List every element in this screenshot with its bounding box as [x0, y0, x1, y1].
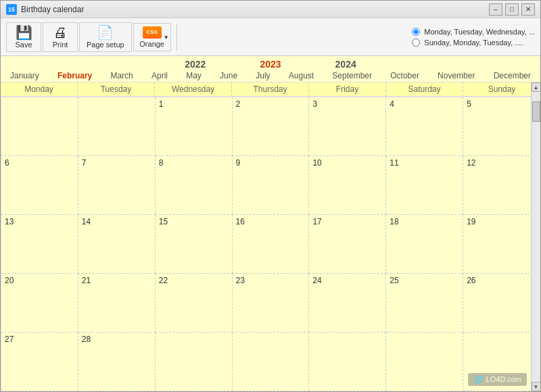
table-row[interactable]: 24: [309, 274, 386, 333]
dropdown-arrow-icon: ▼: [164, 34, 169, 40]
orange-label: Orange: [139, 40, 164, 48]
table-row[interactable]: 6: [1, 156, 78, 215]
table-row[interactable]: 16: [233, 215, 310, 274]
page-setup-button[interactable]: 📄 Page setup: [79, 22, 132, 52]
table-row[interactable]: 11: [386, 156, 463, 215]
header-friday: Friday: [309, 82, 386, 96]
month-may[interactable]: May: [185, 71, 203, 80]
header-wednesday: Wednesday: [155, 82, 232, 96]
year-2024[interactable]: 2024: [335, 59, 356, 70]
table-row[interactable]: 5: [463, 97, 540, 156]
table-row[interactable]: 25: [386, 274, 463, 333]
table-row[interactable]: [233, 333, 310, 391]
years-row: 2022 2023 2024: [1, 59, 540, 70]
header-tuesday: Tuesday: [78, 82, 155, 96]
radio-monday[interactable]: [412, 28, 420, 36]
table-row[interactable]: 12: [463, 156, 540, 215]
toolbar-separator: [177, 24, 177, 51]
table-row[interactable]: [1, 97, 78, 156]
table-row[interactable]: 1: [156, 97, 233, 156]
calendar-area: Monday Tuesday Wednesday Thursday Friday…: [1, 82, 540, 391]
save-label: Save: [15, 41, 32, 49]
month-december[interactable]: December: [492, 71, 532, 80]
header-sunday: Sunday: [463, 82, 540, 96]
month-july[interactable]: July: [254, 71, 271, 80]
toolbar-radio-group: Monday, Tuesday, Wednesday, ... Sunday, …: [412, 28, 535, 47]
scrollbar[interactable]: ▲ ▼: [531, 82, 540, 391]
month-september[interactable]: September: [331, 71, 373, 80]
save-button[interactable]: 💾 Save: [6, 22, 41, 52]
title-left: 15 Birthday calendar: [6, 4, 84, 15]
minimize-button[interactable]: –: [489, 3, 502, 16]
radio-sunday-label: Sunday, Monday, Tuesday, ....: [424, 39, 523, 47]
month-april[interactable]: April: [150, 71, 169, 80]
month-november[interactable]: November: [436, 71, 476, 80]
table-row[interactable]: [156, 333, 233, 391]
year-month-nav: 2022 2023 2024 January February March Ap…: [1, 56, 540, 82]
scroll-down-arrow[interactable]: ▼: [532, 382, 541, 391]
header-saturday: Saturday: [386, 82, 463, 96]
css-icon: CSS: [143, 26, 162, 39]
radio-sunday[interactable]: [412, 39, 420, 47]
month-june[interactable]: June: [218, 71, 239, 80]
day-headers: Monday Tuesday Wednesday Thursday Friday…: [1, 82, 540, 97]
page-setup-label: Page setup: [87, 41, 124, 49]
table-row[interactable]: 8: [156, 156, 233, 215]
table-row[interactable]: 28: [78, 333, 156, 391]
app-icon: 15: [6, 4, 17, 15]
table-row[interactable]: 7: [78, 156, 156, 215]
table-row[interactable]: 23: [233, 274, 310, 333]
table-row[interactable]: [309, 333, 386, 391]
print-icon: 🖨: [53, 26, 67, 39]
radio-option-sunday[interactable]: Sunday, Monday, Tuesday, ....: [412, 39, 535, 47]
table-row[interactable]: 27: [1, 333, 78, 391]
month-february[interactable]: February: [56, 71, 93, 80]
table-row[interactable]: 2: [233, 97, 310, 156]
title-controls: – □ ✕: [489, 3, 535, 16]
scroll-up-arrow[interactable]: ▲: [532, 82, 541, 92]
radio-monday-label: Monday, Tuesday, Wednesday, ...: [424, 28, 535, 36]
watermark: 🌐LO4D.com: [468, 373, 527, 386]
month-october[interactable]: October: [389, 71, 421, 80]
close-button[interactable]: ✕: [521, 3, 535, 16]
month-august[interactable]: August: [287, 71, 315, 80]
orange-button[interactable]: CSS Orange ▼: [133, 23, 171, 51]
scroll-thumb[interactable]: [532, 101, 540, 122]
table-row[interactable]: [386, 333, 463, 391]
table-row[interactable]: 9: [233, 156, 310, 215]
page-setup-icon: 📄: [97, 26, 114, 39]
table-row[interactable]: 3: [309, 97, 386, 156]
year-2022[interactable]: 2022: [185, 59, 206, 70]
table-row[interactable]: 13: [1, 215, 78, 274]
table-row[interactable]: 22: [156, 274, 233, 333]
toolbar: 💾 Save 🖨 Print 📄 Page setup CSS Orange ▼…: [1, 18, 540, 56]
table-row[interactable]: 10: [309, 156, 386, 215]
table-row[interactable]: 19: [463, 215, 540, 274]
month-january[interactable]: January: [9, 71, 41, 80]
table-row[interactable]: 4: [386, 97, 463, 156]
table-row[interactable]: 21: [78, 274, 156, 333]
calendar-grid: 1 2 3 4 5 6 7 8 9 10 11 12 13 14 15 16 1…: [1, 97, 540, 391]
header-thursday: Thursday: [232, 82, 309, 96]
table-row[interactable]: [78, 97, 156, 156]
title-bar: 15 Birthday calendar – □ ✕: [1, 1, 540, 18]
toolbar-group-left: 💾 Save 🖨 Print 📄 Page setup CSS Orange ▼: [6, 22, 171, 52]
table-row[interactable]: 20: [1, 274, 78, 333]
radio-option-monday[interactable]: Monday, Tuesday, Wednesday, ...: [412, 28, 535, 36]
months-row: January February March April May June Ju…: [1, 71, 540, 80]
save-icon: 💾: [16, 26, 32, 39]
table-row[interactable]: 15: [156, 215, 233, 274]
main-window: 15 Birthday calendar – □ ✕ 💾 Save 🖨 Prin…: [0, 0, 541, 392]
table-row[interactable]: 17: [309, 215, 386, 274]
table-row[interactable]: 14: [78, 215, 156, 274]
window-title: Birthday calendar: [21, 5, 84, 14]
print-button[interactable]: 🖨 Print: [43, 22, 78, 52]
year-2023[interactable]: 2023: [260, 59, 281, 70]
maximize-button[interactable]: □: [505, 3, 519, 16]
watermark-text: 🌐LO4D.com: [468, 373, 527, 386]
month-march[interactable]: March: [109, 71, 134, 80]
print-label: Print: [53, 41, 68, 49]
header-monday: Monday: [1, 82, 78, 96]
table-row[interactable]: 18: [386, 215, 463, 274]
table-row[interactable]: 26: [463, 274, 540, 333]
